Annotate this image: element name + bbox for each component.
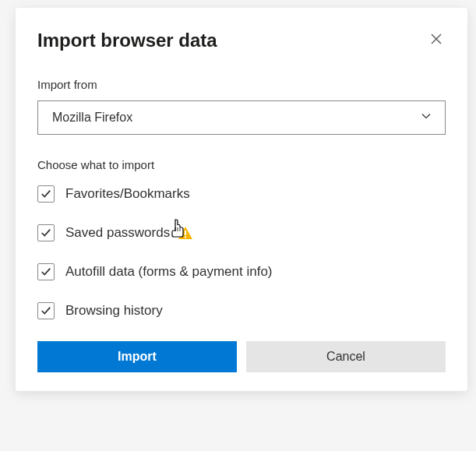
select-value: Mozilla Firefox	[52, 111, 132, 125]
dialog-title: Import browser data	[37, 30, 217, 51]
option-autofill: Autofill data (forms & payment info)	[37, 263, 446, 280]
chevron-down-icon	[420, 110, 432, 125]
close-button[interactable]	[427, 30, 446, 51]
option-history: Browsing history	[37, 302, 446, 319]
checkbox-history[interactable]	[37, 302, 55, 319]
choose-label: Choose what to import	[37, 158, 446, 171]
import-dialog: Import browser data Import from Mozilla …	[16, 8, 467, 391]
button-row: Import Cancel	[37, 341, 446, 372]
import-button[interactable]: Import	[37, 341, 237, 372]
option-label: Autofill data (forms & payment info)	[65, 264, 273, 280]
option-passwords: Saved passwords	[37, 224, 446, 241]
warning-icon	[178, 225, 193, 241]
cancel-button[interactable]: Cancel	[246, 341, 446, 372]
close-icon	[430, 36, 443, 48]
svg-rect-3	[185, 231, 186, 235]
checkbox-autofill[interactable]	[37, 263, 55, 280]
browser-select[interactable]: Mozilla Firefox	[37, 100, 446, 135]
option-label: Saved passwords	[65, 225, 170, 241]
option-favorites: Favorites/Bookmarks	[37, 185, 446, 203]
checkbox-favorites[interactable]	[37, 185, 55, 203]
svg-rect-4	[185, 237, 186, 238]
import-from-label: Import from	[37, 78, 446, 91]
option-label: Browsing history	[65, 303, 163, 319]
checkbox-passwords[interactable]	[37, 224, 55, 241]
dialog-header: Import browser data	[37, 30, 446, 51]
option-label: Favorites/Bookmarks	[65, 186, 190, 202]
